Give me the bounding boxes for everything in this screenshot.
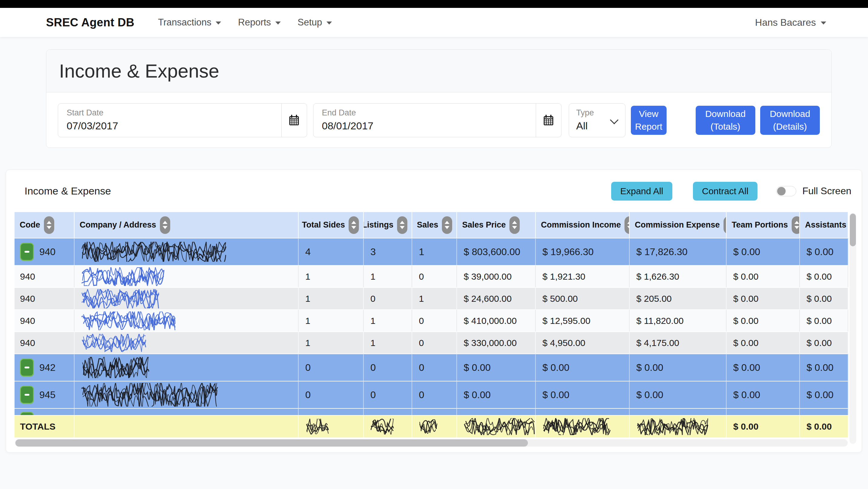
totals-row: TOTALS$ 0.00$ 0.00 — [14, 415, 848, 437]
cell-code: 940 — [14, 238, 74, 265]
cell-team_portions — [726, 408, 800, 415]
horizontal-scrollbar[interactable] — [15, 439, 848, 447]
sort-arrows-icon — [509, 216, 520, 234]
vertical-scrollbar[interactable] — [849, 213, 856, 444]
download-details-button[interactable]: Download (Details) — [760, 106, 820, 135]
detail-row: 940110$ 410,000.00$ 12,595.00$ 11,820.00… — [14, 309, 848, 332]
caret-down-icon — [275, 22, 281, 25]
cell-sales_price: $ 0.00 — [457, 381, 536, 408]
contract-all-button[interactable]: Contract All — [693, 182, 757, 201]
app-brand[interactable]: SREC Agent DB — [46, 16, 134, 29]
cell-company — [74, 381, 299, 408]
cell-team_portions: $ 0.00 — [726, 265, 800, 287]
column-label: Code — [20, 220, 40, 230]
cell-team_portions: $ 0.00 — [726, 309, 800, 332]
cell-value: 1 — [370, 316, 376, 326]
collapse-row-button[interactable] — [20, 412, 34, 415]
company-link-redacted[interactable] — [81, 311, 176, 330]
user-menu[interactable]: Hans Bacares — [755, 17, 826, 28]
cell-commission_expense: $ 0.00 — [630, 381, 726, 408]
nav-item-label: Setup — [298, 17, 322, 28]
nav-item-setup[interactable]: Setup — [289, 17, 340, 28]
horizontal-scrollbar-thumb[interactable] — [16, 439, 528, 447]
view-report-button[interactable]: View Report — [631, 106, 666, 135]
cell-commission_income: $ 500.00 — [536, 287, 630, 309]
column-header-listings[interactable]: Listings — [364, 212, 412, 238]
nav-item-transactions[interactable]: Transactions — [150, 17, 229, 28]
start-date-field[interactable]: Start Date 07/03/2017 — [58, 103, 307, 137]
cell-commission_income: $ 12,595.00 — [536, 309, 630, 332]
report-toolbar: Income & Expense Expand All Contract All… — [6, 170, 862, 212]
redacted-scribble — [81, 357, 149, 378]
cell-code: TOTALS — [14, 415, 74, 437]
collapse-row-button[interactable] — [20, 386, 34, 404]
company-link-redacted[interactable] — [81, 289, 159, 308]
code-value: 940 — [39, 246, 55, 257]
column-header-assistants[interactable]: Assistants — [800, 212, 848, 238]
cell-value: $ 0.00 — [636, 389, 663, 400]
column-header-sales_price[interactable]: Sales Price — [457, 212, 536, 238]
expand-all-button[interactable]: Expand All — [611, 182, 672, 201]
vertical-scrollbar-thumb[interactable] — [850, 214, 856, 246]
company-link-redacted[interactable] — [81, 267, 164, 286]
cell-value: 1 — [370, 338, 376, 348]
redacted-value — [81, 357, 149, 378]
cell-commission_income: $ 4,950.00 — [536, 332, 630, 354]
cell-value: $ 0.00 — [807, 272, 832, 282]
full-screen-toggle[interactable] — [776, 186, 796, 196]
sort-arrows-icon — [442, 216, 452, 234]
group-row-partial — [14, 408, 848, 415]
cell-value: 1 — [305, 294, 310, 304]
end-date-field[interactable]: End Date 08/01/2017 — [313, 103, 561, 137]
cell-listings: 1 — [364, 332, 412, 354]
cell-company — [74, 287, 299, 309]
cell-sales_price: $ 330,000.00 — [457, 332, 536, 354]
column-header-commission_expense[interactable]: Commission Expense — [630, 212, 726, 238]
type-select[interactable]: Type All — [569, 103, 625, 137]
cell-total_sides: 1 — [299, 265, 364, 287]
minus-icon — [25, 394, 29, 396]
column-label: Listings — [364, 220, 394, 230]
calendar-icon[interactable] — [281, 103, 307, 137]
cell-sales: 0 — [412, 309, 457, 332]
group-row: 940431$ 803,600.00$ 19,966.30$ 17,826.30… — [14, 238, 848, 265]
column-header-sales[interactable]: Sales — [412, 212, 457, 238]
cell-value: $ 4,950.00 — [542, 338, 585, 348]
cell-value: $ 12,595.00 — [542, 316, 590, 326]
cell-value: $ 0.00 — [464, 362, 491, 373]
column-header-code[interactable]: Code — [14, 212, 74, 238]
column-header-commission_income[interactable]: Commission Income — [536, 212, 630, 238]
cell-total_sides: 0 — [299, 381, 364, 408]
page-header-card: Income & Expense Start Date 07/03/2017 E… — [46, 50, 832, 148]
cell-assistants: $ 0.00 — [800, 309, 848, 332]
cell-listings: 1 — [364, 309, 412, 332]
column-header-team_portions[interactable]: Team Portions — [726, 212, 800, 238]
page-title: Income & Expense — [59, 60, 818, 82]
download-totals-button[interactable]: Download (Totals) — [696, 106, 755, 135]
column-header-total_sides[interactable]: Total Sides — [299, 212, 364, 238]
report-title: Income & Expense — [25, 185, 111, 197]
cell-commission_expense: $ 17,826.30 — [630, 238, 726, 265]
cell-value: 0 — [370, 294, 376, 304]
cell-company — [74, 332, 299, 354]
nav-item-reports[interactable]: Reports — [229, 17, 289, 28]
sort-arrows-icon — [723, 216, 726, 234]
cell-value: $ 0.00 — [807, 362, 834, 373]
cell-sales_price — [457, 408, 536, 415]
nav-menu: Transactions Reports Setup — [150, 17, 340, 28]
redacted-scribble — [464, 418, 535, 435]
cell-value: 1 — [419, 246, 424, 257]
company-link-redacted[interactable] — [81, 334, 146, 352]
nav-item-label: Reports — [238, 17, 271, 28]
column-label: Sales — [417, 220, 438, 230]
cell-value: $ 0.00 — [733, 316, 758, 326]
cell-value: $ 17,826.30 — [636, 246, 687, 257]
cell-company — [74, 354, 299, 381]
cell-value: 0 — [419, 362, 424, 373]
collapse-row-button[interactable] — [20, 359, 34, 376]
cell-sales_price: $ 39,000.00 — [457, 265, 536, 287]
cell-code: 942 — [14, 354, 74, 381]
column-header-company[interactable]: Company / Address — [74, 212, 299, 238]
calendar-icon[interactable] — [536, 103, 561, 137]
collapse-row-button[interactable] — [20, 243, 34, 261]
